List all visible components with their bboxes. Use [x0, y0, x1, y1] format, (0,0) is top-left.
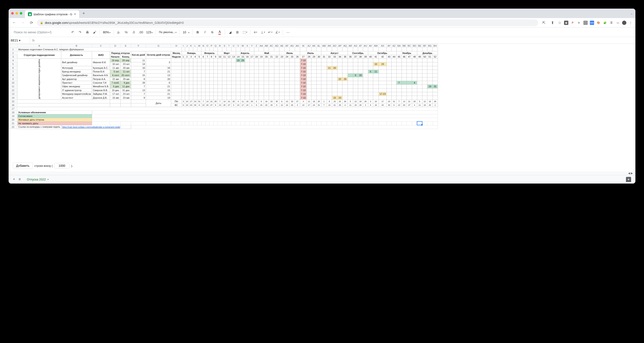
extension-icons: ◉ P ⛨ New 🎨 🧩 ☰ ▭ ⋮: [564, 21, 633, 25]
add-rows-text2: ).: [71, 164, 73, 168]
new-badge-icon[interactable]: New: [590, 21, 594, 25]
percent-button[interactable]: %: [123, 29, 129, 35]
borders-button[interactable]: ⊞: [234, 29, 240, 35]
share-icon[interactable]: ⬆: [550, 20, 556, 26]
rotate-button[interactable]: ∠▾: [274, 29, 280, 35]
sheet-tabs-bar: + ≡ Отпуска 2022 ▾ ✦: [8, 175, 636, 184]
ext-icon-1[interactable]: ◉: [564, 21, 568, 25]
browser-tabbar: ▦ Шаблон графика отпусков - G × + ⌄: [8, 8, 636, 18]
fill-color-button[interactable]: ◢: [227, 29, 233, 35]
name-box[interactable]: BE21 ▾: [8, 37, 30, 44]
decrease-decimal-button[interactable]: .0: [130, 29, 136, 35]
device-icon[interactable]: ▭: [616, 21, 620, 25]
chrome-menu-icon[interactable]: ⋮: [628, 21, 633, 25]
address-bar: ← → ⟳ 🔒 docs.google.com/spreadsheets/d/1…: [8, 18, 636, 28]
close-tab-icon[interactable]: ×: [74, 12, 76, 16]
tab-title: Шаблон графика отпусков - G: [34, 13, 72, 16]
add-rows-input[interactable]: [54, 163, 70, 168]
add-rows-bar: Добавить строки внизу ( ).: [8, 160, 636, 172]
spreadsheet-grid[interactable]: ABCDEFGHIJKLMNOPQRSTUVWXYZAAABACADAEAFAG…: [8, 44, 636, 160]
pinterest-icon[interactable]: P: [570, 21, 575, 25]
ext-icon-4[interactable]: [584, 21, 588, 25]
sheet-tab-label: Отпуска 2022: [27, 178, 46, 181]
add-rows-button[interactable]: Добавить: [13, 162, 33, 169]
print-button[interactable]: 🖶: [84, 29, 90, 35]
explore-button[interactable]: ✦: [626, 177, 631, 182]
merge-button[interactable]: ⬚▾: [242, 29, 248, 35]
window-controls: [11, 12, 22, 14]
ext-icon-6[interactable]: 🎨: [596, 21, 600, 25]
menu-search[interactable]: Поиск по меню (Option+/): [11, 30, 58, 34]
scroll-right-icon[interactable]: ▶: [631, 172, 633, 175]
currency-button[interactable]: р.: [116, 29, 122, 35]
add-rows-text1: строки внизу (: [34, 164, 53, 168]
align-button[interactable]: ≡▾: [252, 29, 258, 35]
expand-tabs-icon[interactable]: ⌄: [630, 12, 633, 15]
font-size-select[interactable]: 10 ▾: [182, 30, 190, 34]
sheet-tab-menu-icon[interactable]: ▾: [48, 178, 48, 180]
forward-button[interactable]: →: [20, 20, 26, 26]
sheets-favicon: ▦: [28, 12, 32, 16]
reload-button[interactable]: ⟳: [28, 20, 34, 26]
scroll-left-icon[interactable]: ◀: [628, 172, 630, 175]
sheets-toolbar: Поиск по меню (Option+/) ↶ ↷ 🖶 🖌 80%▾ р.…: [8, 28, 636, 37]
reading-list-icon[interactable]: ☰: [609, 21, 614, 25]
number-format-select[interactable]: 123▾: [145, 30, 154, 34]
open-external-icon[interactable]: ⇱: [541, 20, 547, 26]
horizontal-scroll[interactable]: ◀ ▶: [8, 172, 636, 175]
bold-button[interactable]: B: [195, 29, 201, 35]
wrap-button[interactable]: ↵▾: [267, 29, 273, 35]
browser-tab[interactable]: ▦ Шаблон графика отпусков - G ×: [25, 10, 79, 18]
fx-label: fx: [30, 39, 37, 42]
new-tab-button[interactable]: +: [82, 11, 85, 16]
text-color-button[interactable]: A: [217, 29, 223, 35]
bookmark-star-icon[interactable]: ☆: [558, 20, 562, 25]
paint-format-button[interactable]: 🖌: [92, 29, 98, 35]
url-text: docs.google.com/spreadsheets/d/1lENcDYsR…: [45, 21, 184, 24]
italic-button[interactable]: I: [202, 29, 208, 35]
sheet-tab-active[interactable]: Отпуска 2022 ▾: [24, 176, 51, 182]
font-select[interactable]: По умолча...▾: [158, 30, 177, 34]
formula-bar: BE21 ▾ fx: [8, 37, 636, 44]
all-sheets-button[interactable]: ≡: [19, 177, 21, 182]
redo-button[interactable]: ↷: [77, 29, 83, 35]
url-field[interactable]: 🔒 docs.google.com/spreadsheets/d/1lENcDY…: [37, 19, 538, 26]
increase-decimal-button[interactable]: .00: [138, 29, 144, 35]
maximize-window[interactable]: [20, 12, 22, 14]
minimize-window[interactable]: [16, 12, 18, 14]
more-button[interactable]: ⋯: [285, 29, 291, 35]
strikethrough-button[interactable]: S: [209, 29, 216, 35]
close-window[interactable]: [11, 12, 14, 14]
undo-button[interactable]: ↶: [70, 29, 76, 35]
valign-button[interactable]: ⊥▾: [260, 29, 266, 35]
add-sheet-button[interactable]: +: [13, 177, 15, 182]
zoom-select[interactable]: 80%▾: [102, 30, 111, 34]
back-button[interactable]: ←: [11, 20, 17, 26]
shield-icon[interactable]: ⛨: [577, 21, 581, 25]
profile-avatar[interactable]: [622, 21, 626, 25]
lock-icon: 🔒: [40, 21, 43, 24]
extensions-puzzle-icon[interactable]: 🧩: [603, 21, 607, 25]
